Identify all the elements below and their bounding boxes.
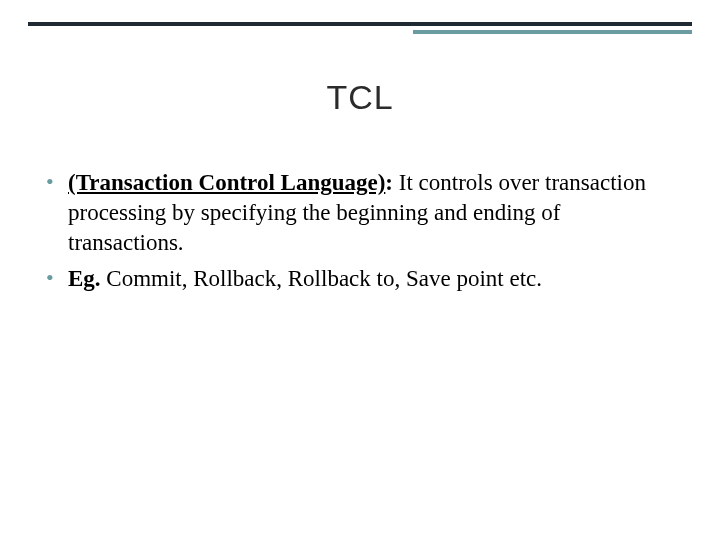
bullet-1-term: (Transaction Control Language): [68, 170, 385, 195]
rule-dark: [28, 22, 692, 26]
bullet-1-colon: :: [385, 170, 393, 195]
slide-title: TCL: [0, 78, 720, 117]
bullet-2-label: Eg.: [68, 266, 101, 291]
slide: TCL (Transaction Control Language): It c…: [0, 0, 720, 540]
bullet-2-text: Commit, Rollback, Rollback to, Save poin…: [106, 266, 542, 291]
header-rules: [28, 22, 692, 34]
rule-teal: [28, 30, 692, 34]
bullet-2: Eg. Commit, Rollback, Rollback to, Save …: [46, 264, 656, 294]
slide-body: (Transaction Control Language): It contr…: [46, 168, 656, 300]
bullet-1: (Transaction Control Language): It contr…: [46, 168, 656, 258]
